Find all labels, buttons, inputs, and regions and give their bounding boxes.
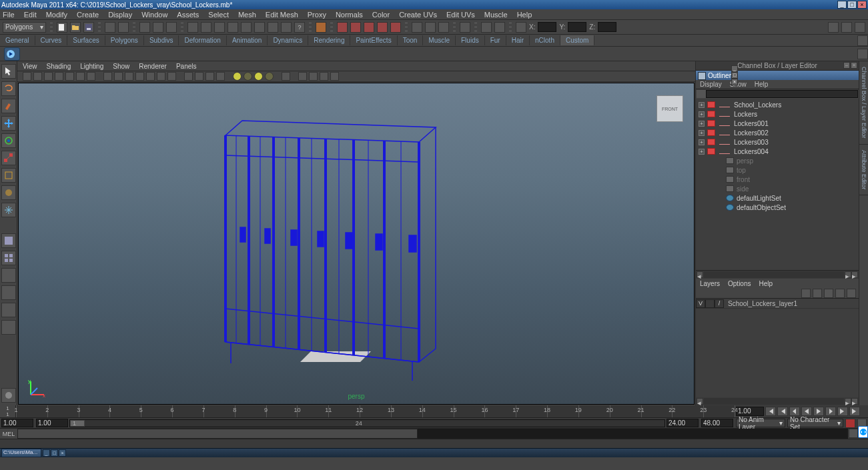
play-back-icon[interactable]: [801, 407, 812, 416]
range-track[interactable]: 1 24: [69, 419, 665, 427]
menu-mesh[interactable]: Mesh: [238, 11, 256, 19]
shelf-options-icon[interactable]: [857, 35, 868, 46]
vp-icon-16[interactable]: [195, 72, 203, 81]
taskbar-item[interactable]: C:\Users\Ma...: [1, 449, 41, 457]
outliner-node[interactable]: front: [696, 175, 859, 184]
menu-file[interactable]: File: [3, 11, 15, 19]
snap-view-icon[interactable]: [254, 22, 265, 33]
menu-create-uvs[interactable]: Create UVs: [399, 11, 437, 19]
expand-icon[interactable]: +: [699, 139, 705, 145]
vp-icon-4[interactable]: [55, 72, 63, 81]
snap-plane-icon[interactable]: [228, 22, 238, 33]
layout-hypershade-icon[interactable]: [1, 303, 16, 317]
four-view-icon[interactable]: [1, 251, 16, 265]
undo-icon[interactable]: [105, 22, 115, 33]
shelf-playblast-button[interactable]: [4, 47, 20, 61]
snap-icon-7[interactable]: [268, 22, 278, 33]
current-time-field[interactable]: 1.00: [736, 407, 764, 416]
range-end-field[interactable]: 24.00: [667, 419, 699, 427]
scroll-right-icon[interactable]: ▸: [845, 271, 851, 278]
vp-light-icon-4[interactable]: [265, 72, 274, 81]
minimize-button[interactable]: _: [837, 1, 847, 9]
vp-icon-11[interactable]: [135, 72, 144, 81]
menu-muscle[interactable]: Muscle: [484, 11, 508, 19]
menu-help[interactable]: Help: [517, 11, 532, 19]
layer-ref-toggle[interactable]: /: [715, 299, 724, 308]
select-by-component-icon[interactable]: [166, 22, 177, 33]
vp-icon-9[interactable]: [114, 72, 123, 81]
layer-type-toggle[interactable]: [705, 299, 715, 308]
taskbar-min-icon[interactable]: _: [43, 449, 50, 457]
vp-icon-7[interactable]: [87, 72, 95, 81]
layer-list[interactable]: V/School_Lockers_layer1: [696, 299, 859, 397]
layer-vis-toggle[interactable]: V: [696, 299, 705, 308]
shelf-painteffects[interactable]: PaintEffects: [350, 35, 397, 45]
step-back-icon[interactable]: [789, 407, 800, 416]
autokey-icon[interactable]: [845, 419, 855, 428]
shelf-animation[interactable]: Animation: [227, 35, 268, 45]
layout-persp-outliner-icon[interactable]: [1, 268, 16, 283]
menu-edit[interactable]: Edit: [24, 11, 37, 19]
panel-dock-icon[interactable]: –: [843, 62, 850, 69]
vp-icon-15[interactable]: [184, 72, 193, 81]
snap-curve-icon[interactable]: [201, 22, 211, 33]
paint-select-tool-icon[interactable]: [1, 99, 16, 113]
shelf-dynamics[interactable]: Dynamics: [268, 35, 308, 45]
outliner-node[interactable]: defaultLightSet: [696, 193, 859, 203]
shelf-edit-icon[interactable]: [857, 49, 868, 59]
shelf-curves[interactable]: Curves: [35, 35, 68, 45]
vp-icon-8[interactable]: [103, 72, 112, 81]
render-region-icon[interactable]: [350, 22, 361, 33]
ipr-icon[interactable]: [337, 22, 348, 33]
outliner-node[interactable]: +Lockers001: [696, 119, 859, 128]
outliner-hscroll[interactable]: ◂▸▸: [696, 271, 859, 279]
vp-icon-22[interactable]: [320, 72, 328, 81]
shelf-surfaces[interactable]: Surfaces: [67, 35, 105, 45]
panel-toggle-3-icon[interactable]: [855, 22, 865, 33]
layers-menu-help[interactable]: Help: [759, 280, 773, 287]
select-by-hierarchy-icon[interactable]: [139, 22, 150, 33]
soft-mod-tool-icon[interactable]: [1, 185, 16, 200]
panel-close-icon[interactable]: ×: [851, 62, 857, 69]
view-menu-panels[interactable]: Panels: [176, 63, 197, 70]
panel-toggle-2-icon[interactable]: [841, 22, 852, 33]
vp-icon-18[interactable]: [216, 72, 225, 81]
module-selector[interactable]: Polygons▾: [3, 22, 46, 33]
outliner-node[interactable]: top: [696, 165, 859, 175]
outliner-node[interactable]: +School_Lockers: [696, 100, 859, 109]
vp-light-icon-2[interactable]: [244, 72, 252, 81]
vp-icon-13[interactable]: [157, 72, 165, 81]
y-field[interactable]: [568, 22, 586, 32]
expand-icon[interactable]: +: [699, 130, 705, 136]
goto-end-icon[interactable]: [849, 407, 860, 416]
layer-row[interactable]: V/School_Lockers_layer1: [696, 299, 859, 309]
lasso-tool-icon[interactable]: [1, 81, 16, 96]
vp-icon-17[interactable]: [205, 72, 214, 81]
maximize-button[interactable]: □: [847, 1, 857, 9]
range-start-field[interactable]: 1.00: [1, 419, 33, 427]
hypergraph-icon[interactable]: [494, 22, 505, 33]
vp-icon-14[interactable]: [167, 72, 176, 81]
vp-icon-3[interactable]: [44, 72, 53, 81]
layer-icon-2[interactable]: [813, 289, 822, 298]
redo-icon[interactable]: [118, 22, 129, 33]
menu-proxy[interactable]: Proxy: [308, 11, 326, 19]
x-field[interactable]: [538, 22, 556, 32]
outliner-search-input[interactable]: [706, 90, 858, 98]
menu-edit-mesh[interactable]: Edit Mesh: [266, 11, 298, 19]
rotate-tool-icon[interactable]: [1, 133, 16, 148]
script-editor-icon[interactable]: [849, 429, 858, 438]
outliner-menu-help[interactable]: Help: [755, 81, 769, 88]
outliner-node[interactable]: persp: [696, 156, 859, 165]
outliner-search-icon[interactable]: [697, 90, 706, 98]
new-scene-icon[interactable]: [57, 22, 67, 33]
layers-scroll-right-icon[interactable]: ▸: [845, 398, 851, 405]
goto-start-icon[interactable]: [765, 407, 776, 416]
shelf-subdivs[interactable]: Subdivs: [144, 35, 179, 45]
snap-point-icon[interactable]: [214, 22, 225, 33]
render-settings-icon[interactable]: [364, 22, 374, 33]
vp-icon-12[interactable]: [146, 72, 155, 81]
single-view-icon[interactable]: [1, 233, 16, 248]
expand-icon[interactable]: +: [699, 111, 705, 117]
layout-persp-graph-icon[interactable]: [1, 285, 16, 300]
